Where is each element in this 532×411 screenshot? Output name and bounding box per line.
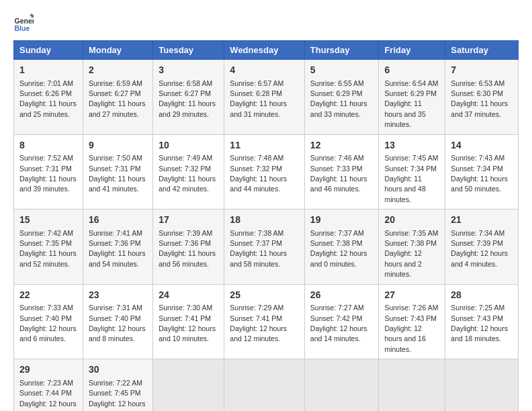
- day-number: 16: [89, 214, 147, 227]
- day-number: 5: [310, 64, 373, 77]
- calendar-day: 7Sunrise: 6:53 AMSunset: 6:30 PMDaylight…: [445, 60, 519, 135]
- day-number: 19: [310, 214, 373, 227]
- header-cell-saturday: Saturday: [445, 41, 519, 60]
- header-cell-monday: Monday: [83, 41, 152, 60]
- day-info: Sunrise: 7:27 AMSunset: 7:42 PMDaylight:…: [310, 304, 367, 342]
- calendar-day: 11Sunrise: 7:48 AMSunset: 7:32 PMDayligh…: [224, 134, 305, 210]
- header-cell-wednesday: Wednesday: [224, 41, 305, 60]
- calendar-day: 10Sunrise: 7:49 AMSunset: 7:32 PMDayligh…: [153, 134, 224, 210]
- calendar-day: 3Sunrise: 6:58 AMSunset: 6:27 PMDaylight…: [153, 60, 224, 135]
- calendar-day: 15Sunrise: 7:42 AMSunset: 7:35 PMDayligh…: [14, 210, 83, 285]
- day-info: Sunrise: 7:22 AMSunset: 7:45 PMDaylight:…: [89, 379, 146, 411]
- calendar-day: 5Sunrise: 6:55 AMSunset: 6:29 PMDaylight…: [304, 60, 379, 135]
- day-number: 17: [159, 214, 218, 227]
- day-number: 15: [19, 214, 77, 227]
- calendar-day: 24Sunrise: 7:30 AMSunset: 7:41 PMDayligh…: [153, 284, 224, 359]
- day-info: Sunrise: 7:38 AMSunset: 7:37 PMDaylight:…: [230, 229, 287, 268]
- day-number: 4: [230, 64, 299, 77]
- day-info: Sunrise: 7:29 AMSunset: 7:41 PMDaylight:…: [230, 304, 287, 342]
- day-number: 30: [89, 363, 147, 377]
- day-number: 20: [384, 214, 439, 227]
- day-info: Sunrise: 6:54 AMSunset: 6:29 PMDaylight:…: [384, 79, 438, 129]
- day-info: Sunrise: 7:45 AMSunset: 7:34 PMDaylight:…: [384, 154, 438, 203]
- day-number: 3: [159, 64, 218, 77]
- day-info: Sunrise: 7:50 AMSunset: 7:31 PMDaylight:…: [89, 154, 146, 193]
- day-number: 1: [19, 64, 77, 77]
- day-number: 28: [451, 289, 513, 302]
- calendar-day: 19Sunrise: 7:37 AMSunset: 7:38 PMDayligh…: [304, 210, 379, 285]
- day-number: 13: [384, 139, 439, 152]
- calendar-day: [445, 359, 519, 411]
- day-number: 21: [451, 214, 513, 227]
- calendar-day: 2Sunrise: 6:59 AMSunset: 6:27 PMDaylight…: [83, 60, 152, 135]
- day-number: 8: [19, 139, 77, 152]
- calendar-day: 18Sunrise: 7:38 AMSunset: 7:37 PMDayligh…: [224, 210, 305, 285]
- calendar-week-4: 22Sunrise: 7:33 AMSunset: 7:40 PMDayligh…: [14, 284, 519, 359]
- day-info: Sunrise: 7:26 AMSunset: 7:43 PMDaylight:…: [384, 304, 438, 353]
- day-info: Sunrise: 7:52 AMSunset: 7:31 PMDaylight:…: [19, 154, 77, 193]
- day-info: Sunrise: 6:59 AMSunset: 6:27 PMDaylight:…: [89, 79, 146, 118]
- calendar-day: 26Sunrise: 7:27 AMSunset: 7:42 PMDayligh…: [304, 284, 379, 359]
- calendar-day: 4Sunrise: 6:57 AMSunset: 6:28 PMDaylight…: [224, 60, 305, 135]
- calendar-day: 17Sunrise: 7:39 AMSunset: 7:36 PMDayligh…: [153, 210, 224, 285]
- day-info: Sunrise: 7:30 AMSunset: 7:41 PMDaylight:…: [159, 304, 216, 342]
- calendar-day: 25Sunrise: 7:29 AMSunset: 7:41 PMDayligh…: [224, 284, 305, 359]
- calendar-day: 30Sunrise: 7:22 AMSunset: 7:45 PMDayligh…: [83, 359, 152, 411]
- day-info: Sunrise: 7:34 AMSunset: 7:39 PMDaylight:…: [451, 229, 508, 268]
- calendar-day: 29Sunrise: 7:23 AMSunset: 7:44 PMDayligh…: [14, 359, 83, 411]
- day-info: Sunrise: 7:33 AMSunset: 7:40 PMDaylight:…: [19, 304, 77, 342]
- header-cell-friday: Friday: [379, 41, 445, 60]
- day-number: 18: [230, 214, 299, 227]
- day-info: Sunrise: 6:58 AMSunset: 6:27 PMDaylight:…: [159, 79, 216, 118]
- day-number: 6: [384, 64, 439, 77]
- day-number: 25: [230, 289, 299, 302]
- calendar-day: [304, 359, 379, 411]
- calendar-day: 6Sunrise: 6:54 AMSunset: 6:29 PMDaylight…: [379, 60, 445, 135]
- page-header: General Blue: [13, 13, 519, 34]
- day-number: 29: [19, 363, 77, 377]
- svg-text:Blue: Blue: [15, 24, 30, 32]
- calendar-day: 12Sunrise: 7:46 AMSunset: 7:33 PMDayligh…: [304, 134, 379, 210]
- calendar-day: 8Sunrise: 7:52 AMSunset: 7:31 PMDaylight…: [14, 134, 83, 210]
- day-info: Sunrise: 7:25 AMSunset: 7:43 PMDaylight:…: [451, 304, 508, 342]
- calendar-day: 22Sunrise: 7:33 AMSunset: 7:40 PMDayligh…: [14, 284, 83, 359]
- day-info: Sunrise: 7:46 AMSunset: 7:33 PMDaylight:…: [310, 154, 367, 193]
- calendar-table: SundayMondayTuesdayWednesdayThursdayFrid…: [13, 40, 519, 411]
- day-number: 22: [19, 289, 77, 302]
- calendar-day: [153, 359, 224, 411]
- header-cell-sunday: Sunday: [14, 41, 83, 60]
- calendar-day: 13Sunrise: 7:45 AMSunset: 7:34 PMDayligh…: [379, 134, 445, 210]
- day-info: Sunrise: 7:31 AMSunset: 7:40 PMDaylight:…: [89, 304, 146, 342]
- day-info: Sunrise: 7:37 AMSunset: 7:38 PMDaylight:…: [310, 229, 367, 268]
- day-number: 2: [89, 64, 147, 77]
- day-info: Sunrise: 6:57 AMSunset: 6:28 PMDaylight:…: [230, 79, 287, 118]
- day-number: 27: [384, 289, 439, 302]
- day-info: Sunrise: 7:49 AMSunset: 7:32 PMDaylight:…: [159, 154, 216, 193]
- day-number: 10: [159, 139, 218, 152]
- day-number: 14: [451, 139, 513, 152]
- day-number: 26: [310, 289, 373, 302]
- calendar-day: 1Sunrise: 7:01 AMSunset: 6:26 PMDaylight…: [14, 60, 83, 135]
- header-row: SundayMondayTuesdayWednesdayThursdayFrid…: [14, 41, 519, 60]
- day-info: Sunrise: 7:35 AMSunset: 7:38 PMDaylight:…: [384, 229, 438, 279]
- header-cell-thursday: Thursday: [304, 41, 379, 60]
- day-info: Sunrise: 6:55 AMSunset: 6:29 PMDaylight:…: [310, 79, 367, 118]
- day-info: Sunrise: 7:41 AMSunset: 7:36 PMDaylight:…: [89, 229, 146, 268]
- day-number: 12: [310, 139, 373, 152]
- calendar-day: 21Sunrise: 7:34 AMSunset: 7:39 PMDayligh…: [445, 210, 519, 285]
- calendar-day: 27Sunrise: 7:26 AMSunset: 7:43 PMDayligh…: [379, 284, 445, 359]
- day-number: 23: [89, 289, 147, 302]
- day-number: 11: [230, 139, 299, 152]
- calendar-day: 9Sunrise: 7:50 AMSunset: 7:31 PMDaylight…: [83, 134, 152, 210]
- calendar-day: 23Sunrise: 7:31 AMSunset: 7:40 PMDayligh…: [83, 284, 152, 359]
- day-number: 24: [159, 289, 218, 302]
- calendar-day: 28Sunrise: 7:25 AMSunset: 7:43 PMDayligh…: [445, 284, 519, 359]
- calendar-day: [224, 359, 305, 411]
- logo: General Blue: [13, 13, 36, 34]
- logo-icon: General Blue: [13, 13, 34, 34]
- calendar-week-5: 29Sunrise: 7:23 AMSunset: 7:44 PMDayligh…: [14, 359, 519, 411]
- day-info: Sunrise: 6:53 AMSunset: 6:30 PMDaylight:…: [451, 79, 508, 118]
- calendar-day: 14Sunrise: 7:43 AMSunset: 7:34 PMDayligh…: [445, 134, 519, 210]
- calendar-week-2: 8Sunrise: 7:52 AMSunset: 7:31 PMDaylight…: [14, 134, 519, 210]
- calendar-day: [379, 359, 445, 411]
